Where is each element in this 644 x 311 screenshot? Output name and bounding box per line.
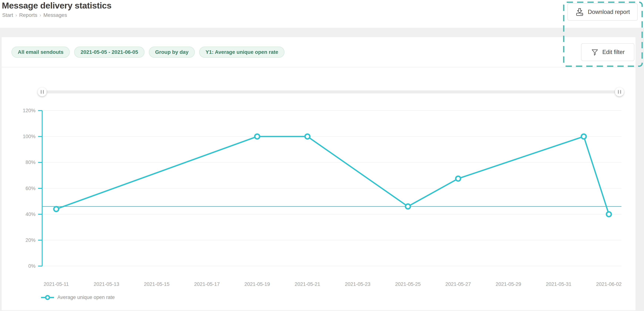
- filter-funnel-icon: [591, 48, 599, 56]
- date-range-slider-track[interactable]: [39, 90, 622, 93]
- breadcrumb-separator: ›: [15, 12, 17, 18]
- filter-chips-row: All email sendouts2021-05-05 - 2021-06-0…: [12, 46, 624, 58]
- page-header: Message delivery statistics Start › Repo…: [0, 0, 644, 28]
- slider-handle-right[interactable]: [615, 88, 624, 96]
- download-icon: [575, 8, 584, 16]
- svg-text:60%: 60%: [26, 186, 36, 191]
- svg-text:120%: 120%: [23, 108, 36, 113]
- breadcrumb-start[interactable]: Start: [2, 12, 13, 18]
- download-report-button[interactable]: Download report: [568, 3, 638, 21]
- slider-grip-icon: [43, 90, 44, 94]
- edit-filter-label: Edit filter: [602, 49, 625, 56]
- report-card: All email sendouts2021-05-05 - 2021-06-0…: [2, 37, 636, 310]
- svg-text:80%: 80%: [26, 160, 36, 165]
- svg-text:2021-05-31: 2021-05-31: [546, 282, 571, 287]
- slider-grip-icon: [41, 90, 42, 94]
- slider-grip-icon: [618, 90, 619, 94]
- svg-text:0%: 0%: [28, 263, 36, 269]
- svg-text:2021-05-19: 2021-05-19: [244, 282, 270, 287]
- legend-item[interactable]: Average unique open rate: [41, 294, 115, 300]
- svg-text:100%: 100%: [23, 134, 36, 139]
- svg-text:2021-05-15: 2021-05-15: [144, 282, 170, 287]
- filter-chip[interactable]: Group by day: [149, 46, 195, 58]
- svg-text:40%: 40%: [26, 212, 36, 217]
- breadcrumb-messages: Messages: [44, 12, 67, 18]
- breadcrumb: Start › Reports › Messages: [2, 12, 67, 18]
- page-title: Message delivery statistics: [2, 0, 112, 10]
- download-report-label: Download report: [588, 9, 630, 15]
- breadcrumb-separator: ›: [40, 12, 41, 18]
- breadcrumb-reports[interactable]: Reports: [19, 12, 37, 18]
- line-chart: 0%20%40%60%80%100%120%2021-05-112021-05-…: [2, 104, 636, 309]
- svg-text:2021-05-29: 2021-05-29: [496, 282, 521, 287]
- svg-text:2021-05-27: 2021-05-27: [445, 282, 471, 287]
- filter-chip[interactable]: 2021-05-05 - 2021-06-05: [74, 46, 144, 58]
- svg-text:2021-05-23: 2021-05-23: [345, 282, 370, 287]
- svg-text:2021-05-13: 2021-05-13: [94, 282, 119, 287]
- svg-text:2021-05-25: 2021-05-25: [395, 282, 420, 287]
- filter-chip[interactable]: All email sendouts: [12, 46, 70, 58]
- slider-handle-left[interactable]: [38, 88, 46, 96]
- svg-text:2021-05-11: 2021-05-11: [44, 282, 69, 287]
- filter-chip[interactable]: Y1: Average unique open rate: [199, 46, 284, 58]
- slider-grip-icon: [620, 90, 621, 94]
- legend-label: Average unique open rate: [57, 294, 115, 300]
- svg-text:2021-05-17: 2021-05-17: [194, 282, 220, 287]
- legend-line-marker-icon: [41, 295, 54, 300]
- edit-filter-button[interactable]: Edit filter: [581, 43, 634, 61]
- svg-text:20%: 20%: [26, 238, 36, 243]
- svg-text:2021-05-21: 2021-05-21: [295, 282, 320, 287]
- filter-row-divider: [2, 67, 636, 67]
- svg-text:2021-06-02: 2021-06-02: [596, 282, 622, 287]
